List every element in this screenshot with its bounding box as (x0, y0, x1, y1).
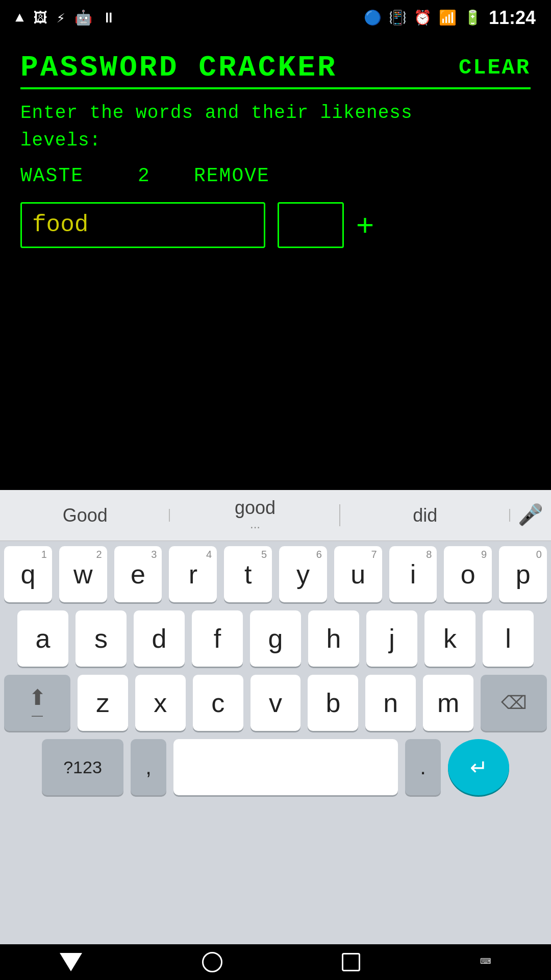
back-button[interactable] (60, 953, 82, 971)
key-row-1: 1q 2w 3e 4r 5t 6y 7u 8i 9o 0p (4, 546, 547, 602)
key-i[interactable]: 8i (389, 546, 437, 602)
key-a[interactable]: a (17, 610, 68, 667)
signal-icon: 📶 (439, 9, 457, 27)
key-g[interactable]: g (250, 610, 301, 667)
word-list: WASTE 2 REMOVE (20, 165, 531, 187)
keyboard-icon[interactable]: ⌨ (480, 951, 491, 973)
image-icon: 🖼 (33, 9, 47, 27)
mic-button[interactable]: 🎤 (510, 503, 551, 528)
key-l[interactable]: l (483, 610, 534, 667)
status-icons-left: ▲ 🖼 ⚡ 🤖 ⏸ (15, 9, 116, 27)
key-h[interactable]: h (308, 610, 359, 667)
alarm-icon: ⏰ (414, 9, 432, 27)
word-label: WASTE (20, 165, 112, 187)
key-k[interactable]: k (424, 610, 475, 667)
delete-button[interactable]: ⌫ (481, 675, 547, 731)
bottom-nav: ⌨ (0, 944, 551, 980)
word-level: 2 (138, 165, 168, 187)
key-m[interactable]: m (423, 675, 473, 731)
suggestions-row: Good good ··· did 🎤 (0, 490, 551, 541)
key-t[interactable]: 5t (224, 546, 272, 602)
vibrate-icon: 📳 (389, 9, 407, 27)
suggestion-2[interactable]: did (340, 505, 510, 526)
key-r[interactable]: 4r (169, 546, 217, 602)
header-line (20, 87, 531, 89)
key-row-3: ⬆ — z x c v b n m ⌫ (4, 675, 547, 731)
suggestion-1[interactable]: good ··· (170, 497, 340, 534)
number-input[interactable] (278, 202, 344, 248)
key-x[interactable]: x (135, 675, 186, 731)
suggestion-0[interactable]: Good (0, 505, 170, 526)
table-row: WASTE 2 REMOVE (20, 165, 531, 187)
key-s[interactable]: s (76, 610, 127, 667)
key-z[interactable]: z (78, 675, 128, 731)
status-icons-right: 🔵 📳 ⏰ 📶 🔋 11:24 (364, 7, 536, 29)
home-button[interactable] (202, 952, 222, 972)
status-bar: ▲ 🖼 ⚡ 🤖 ⏸ 🔵 📳 ⏰ 📶 🔋 11:24 (0, 0, 551, 36)
key-rows: 1q 2w 3e 4r 5t 6y 7u 8i 9o 0p a s d f g … (0, 541, 551, 944)
word-input[interactable] (20, 202, 265, 248)
clear-button[interactable]: CLEAR (459, 56, 531, 80)
key-y[interactable]: 6y (279, 546, 327, 602)
vlc-icon: ▲ (15, 10, 24, 26)
key-f[interactable]: f (192, 610, 243, 667)
flash-icon: ⚡ (57, 9, 65, 27)
key-row-4: ?123 , . ↵ (4, 739, 547, 795)
key-d[interactable]: d (134, 610, 185, 667)
key-e[interactable]: 3e (114, 546, 162, 602)
app-title: PASSWORD CRACKER (20, 51, 337, 84)
key-u[interactable]: 7u (334, 546, 382, 602)
status-time: 11:24 (489, 7, 536, 29)
app-area: PASSWORD CRACKER CLEAR Enter the words a… (0, 36, 551, 526)
input-row: + (20, 202, 531, 248)
key-b[interactable]: b (308, 675, 358, 731)
pause-icon: ⏸ (102, 9, 116, 27)
key-row-2: a s d f g h j k l (4, 610, 547, 667)
comma-key[interactable]: , (131, 739, 166, 795)
header-row: PASSWORD CRACKER CLEAR (20, 51, 531, 84)
space-key[interactable] (173, 739, 398, 795)
period-key[interactable]: . (405, 739, 441, 795)
recents-button[interactable] (342, 953, 360, 971)
app-description: Enter the words and their likenesslevels… (20, 100, 531, 155)
key-w[interactable]: 2w (59, 546, 107, 602)
key-j[interactable]: j (366, 610, 417, 667)
add-button[interactable]: + (356, 210, 374, 240)
battery-icon: 🔋 (464, 9, 482, 27)
android-icon: 🤖 (74, 9, 92, 27)
key-n[interactable]: n (365, 675, 416, 731)
remove-button[interactable]: REMOVE (194, 165, 270, 187)
enter-button[interactable]: ↵ (448, 739, 509, 795)
key-p[interactable]: 0p (499, 546, 547, 602)
key-o[interactable]: 9o (444, 546, 492, 602)
key-v[interactable]: v (251, 675, 301, 731)
shift-button[interactable]: ⬆ — (4, 675, 70, 731)
keyboard-area: Good good ··· did 🎤 1q 2w 3e 4r 5t 6y 7u… (0, 490, 551, 944)
bluetooth-icon: 🔵 (364, 9, 382, 27)
key-c[interactable]: c (193, 675, 243, 731)
numbers-button[interactable]: ?123 (42, 739, 123, 795)
key-q[interactable]: 1q (4, 546, 52, 602)
